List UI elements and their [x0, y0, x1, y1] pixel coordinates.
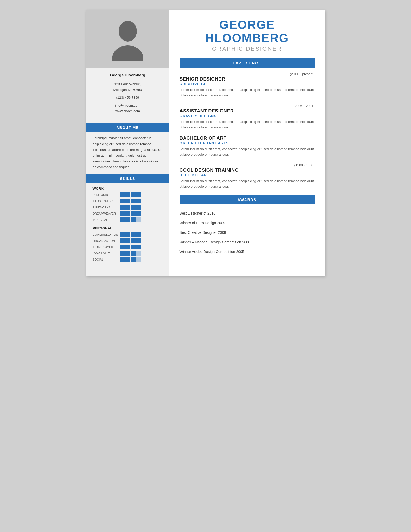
personal-label: PERSONAL [93, 226, 163, 230]
experience-date: (2011 – present) [180, 72, 315, 76]
experience-list: (2011 – present)SENIOR DESIGNERCREATIVE … [180, 72, 315, 189]
skill-row: CREATIVITY [93, 251, 163, 256]
bar-filled [120, 238, 125, 243]
skill-row: ORGANIZATION [93, 238, 163, 243]
experience-company: BLUE BEE ART [180, 173, 315, 177]
bar-filled [131, 205, 136, 210]
bar-filled [125, 245, 130, 249]
bar-empty [136, 251, 141, 256]
experience-company: GRAVITY DESIGNS [180, 114, 315, 118]
bar-filled [120, 199, 125, 203]
experience-entry: (2011 – present)SENIOR DESIGNERCREATIVE … [180, 72, 315, 98]
skill-bars [120, 211, 141, 216]
skill-bars [120, 192, 141, 197]
skill-label: FIREWORKS [93, 206, 120, 209]
award-item: Best Creative Designer 2008 [180, 228, 315, 237]
bar-filled [120, 232, 125, 237]
skill-row: INDESIGN [93, 217, 163, 222]
skill-bars [120, 245, 141, 249]
experience-date: (1988 - 1989) [180, 163, 315, 167]
contact-area: George Hloomberg 123 Park Avenue, Michig… [86, 68, 169, 119]
personal-skills-category: PERSONAL COMMUNICATIONORGANIZATIONTEAM P… [93, 226, 163, 262]
bar-filled [125, 192, 130, 197]
right-column: GEORGE HLOOMBERG GRAPHIC DESIGNER EXPERI… [169, 10, 325, 276]
skill-row: DREAMWEAVER [93, 211, 163, 216]
profile-silhouette [111, 17, 145, 61]
bar-filled [131, 232, 136, 237]
skill-bars [120, 232, 141, 237]
bar-filled [131, 257, 136, 262]
skill-label: SOCIAL [93, 258, 120, 261]
experience-entry: (1988 - 1989)COOL DESIGN TRAININGBLUE BE… [180, 163, 315, 189]
skill-row: SOCIAL [93, 257, 163, 262]
skill-label: ILLUSTRATOR [93, 200, 120, 203]
skill-label: PHOTOSHOP [93, 193, 120, 196]
skill-row: FIREWORKS [93, 205, 163, 210]
experience-company: GREEN ELEPHANT ARTS [180, 141, 315, 145]
bar-filled [125, 199, 130, 203]
bar-filled [125, 217, 130, 222]
address: 123 Park Avenue, Michigan MI 60689 [94, 81, 161, 93]
bar-filled [131, 238, 136, 243]
experience-role: BACHELOR OF ART [180, 136, 315, 141]
about-me-text: Loremipsumdolor sit amet, consectetur ad… [86, 135, 169, 170]
bar-filled [120, 257, 125, 262]
resume-container: George Hloomberg 123 Park Avenue, Michig… [86, 10, 325, 276]
skill-row: COMMUNICATION [93, 232, 163, 237]
bar-filled [125, 251, 130, 256]
skills-header: SKILLS [86, 174, 169, 183]
experience-role: COOL DESIGN TRAINING [180, 168, 315, 173]
work-skills-list: PHOTOSHOPILLUSTRATORFIREWORKSDREAMWEAVER… [93, 192, 163, 222]
skill-bars [120, 238, 141, 243]
bar-filled [131, 217, 136, 222]
skill-row: PHOTOSHOP [93, 192, 163, 197]
skill-bars [120, 205, 141, 210]
experience-entry: (2005 – 2011)ASSISTANT DESIGNERGRAVITY D… [180, 104, 315, 130]
experience-role: ASSISTANT DESIGNER [180, 108, 315, 114]
bar-filled [125, 238, 130, 243]
bar-filled [136, 238, 141, 243]
last-name: HLOOMBERG [180, 31, 315, 45]
name-title-block: GEORGE HLOOMBERG GRAPHIC DESIGNER [180, 18, 315, 52]
experience-role: SENIOR DESIGNER [180, 76, 315, 82]
svg-point-1 [112, 45, 143, 61]
bar-filled [131, 211, 136, 216]
skill-label: DREAMWEAVER [93, 212, 120, 215]
skills-area: WORK PHOTOSHOPILLUSTRATORFIREWORKSDREAMW… [86, 187, 169, 266]
work-label: WORK [93, 187, 163, 190]
skill-label: COMMUNICATION [93, 233, 120, 236]
experience-entry: BACHELOR OF ARTGREEN ELEPHANT ARTSLorem … [180, 136, 315, 157]
photo-area [86, 10, 169, 68]
contact-name: George Hloomberg [94, 73, 161, 77]
bar-filled [125, 257, 130, 262]
skill-bars [120, 199, 141, 203]
bar-filled [120, 192, 125, 197]
svg-point-0 [119, 21, 137, 42]
bar-filled [120, 251, 125, 256]
email: info@hloom.com www.hloom.com [94, 103, 161, 114]
award-item: Winner of Euro Design 2009 [180, 218, 315, 228]
award-item: Winner Adobe Design Competition 2005 [180, 247, 315, 256]
experience-header: EXPERIENCE [180, 58, 315, 68]
bar-filled [120, 217, 125, 222]
awards-header: AWARDS [180, 195, 315, 204]
bar-filled [136, 199, 141, 203]
first-name: GEORGE [180, 18, 315, 31]
bar-filled [136, 232, 141, 237]
job-title: GRAPHIC DESIGNER [180, 45, 315, 52]
skill-label: ORGANIZATION [93, 239, 120, 242]
bar-filled [125, 211, 130, 216]
skill-label: TEAM PLAYER [93, 245, 120, 249]
skill-label: INDESIGN [93, 218, 120, 221]
bar-filled [136, 245, 141, 249]
experience-description: Lorem ipsum dolor sit amet, consectetur … [180, 119, 315, 130]
about-me-header: ABOUT ME [86, 123, 169, 132]
skill-bars [120, 257, 141, 262]
bar-filled [120, 211, 125, 216]
experience-description: Lorem ipsum dolor sit amet, consectetur … [180, 147, 315, 157]
skill-row: TEAM PLAYER [93, 245, 163, 249]
skill-label: CREATIVITY [93, 252, 120, 255]
bar-filled [136, 211, 141, 216]
experience-description: Lorem ipsum dolor sit amet, consectetur … [180, 178, 315, 189]
bar-filled [136, 192, 141, 197]
